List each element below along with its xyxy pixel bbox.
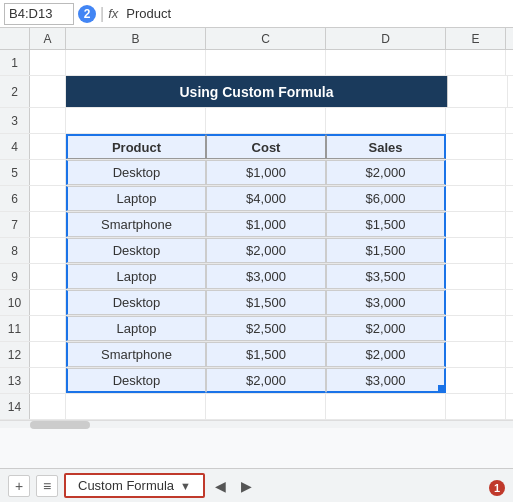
cell-c9[interactable]: $3,000 (206, 264, 326, 289)
cell-a2[interactable] (30, 76, 66, 107)
cell-a3[interactable] (30, 108, 66, 133)
cell-c13[interactable]: $2,000 (206, 368, 326, 393)
cell-e14[interactable] (446, 394, 506, 419)
cell-c14[interactable] (206, 394, 326, 419)
cell-b11[interactable]: Laptop (66, 316, 206, 341)
cell-b12[interactable]: Smartphone (66, 342, 206, 367)
cell-e10[interactable] (446, 290, 506, 315)
row-num-7: 7 (0, 212, 30, 237)
scroll-thumb[interactable] (30, 421, 90, 429)
cell-b4[interactable]: Product (66, 134, 206, 159)
cell-a11[interactable] (30, 316, 66, 341)
cell-e9[interactable] (446, 264, 506, 289)
cell-c4[interactable]: Cost (206, 134, 326, 159)
add-sheet-button[interactable]: + (8, 475, 30, 497)
col-header-c[interactable]: C (206, 28, 326, 49)
cell-c8[interactable]: $2,000 (206, 238, 326, 263)
col-header-b[interactable]: B (66, 28, 206, 49)
row-num-14: 14 (0, 394, 30, 419)
nav-prev-button[interactable]: ◀ (211, 476, 231, 496)
sheet-tab-arrow-icon: ▼ (180, 480, 191, 492)
nav-next-button[interactable]: ▶ (237, 476, 257, 496)
sheet-tab-custom-formula[interactable]: Custom Formula ▼ (64, 473, 205, 498)
cell-b1[interactable] (66, 50, 206, 75)
cell-a8[interactable] (30, 238, 66, 263)
cell-a10[interactable] (30, 290, 66, 315)
cell-e2[interactable] (448, 76, 508, 107)
cell-b2-title[interactable]: Using Custom Formula (66, 76, 448, 107)
cell-c7[interactable]: $1,000 (206, 212, 326, 237)
cell-d9[interactable]: $3,500 (326, 264, 446, 289)
cell-e4[interactable] (446, 134, 506, 159)
cell-c10[interactable]: $1,500 (206, 290, 326, 315)
cell-b3[interactable] (66, 108, 206, 133)
row-num-3: 3 (0, 108, 30, 133)
cell-c5[interactable]: $1,000 (206, 160, 326, 185)
cell-a1[interactable] (30, 50, 66, 75)
col-header-e[interactable]: E (446, 28, 506, 49)
cell-e6[interactable] (446, 186, 506, 211)
cell-d8[interactable]: $1,500 (326, 238, 446, 263)
formula-text: Product (126, 6, 171, 21)
row-1: 1 (0, 50, 513, 76)
cell-a7[interactable] (30, 212, 66, 237)
cell-e11[interactable] (446, 316, 506, 341)
cell-e3[interactable] (446, 108, 506, 133)
badge-2: 2 (78, 5, 96, 23)
cell-d10[interactable]: $3,000 (326, 290, 446, 315)
cell-b5[interactable]: Desktop (66, 160, 206, 185)
cell-c6[interactable]: $4,000 (206, 186, 326, 211)
cell-e13[interactable] (446, 368, 506, 393)
fx-label: fx (108, 6, 118, 21)
cell-b7[interactable]: Smartphone (66, 212, 206, 237)
cell-c11[interactable]: $2,500 (206, 316, 326, 341)
cell-reference-input[interactable]: B4:D13 (4, 3, 74, 25)
cell-d11[interactable]: $2,000 (326, 316, 446, 341)
row-14: 14 (0, 394, 513, 420)
row-11: 11 Laptop $2,500 $2,000 (0, 316, 513, 342)
cell-c12[interactable]: $1,500 (206, 342, 326, 367)
row-8: 8 Desktop $2,000 $1,500 (0, 238, 513, 264)
horizontal-scrollbar[interactable] (0, 420, 513, 428)
col-header-a[interactable]: A (30, 28, 66, 49)
cell-b13[interactable]: Desktop (66, 368, 206, 393)
row-7: 7 Smartphone $1,000 $1,500 (0, 212, 513, 238)
cell-b14[interactable] (66, 394, 206, 419)
cell-c1[interactable] (206, 50, 326, 75)
badge-1: 1 (489, 480, 505, 496)
cell-b9[interactable]: Laptop (66, 264, 206, 289)
sheet-list-button[interactable]: ≡ (36, 475, 58, 497)
cell-b6[interactable]: Laptop (66, 186, 206, 211)
cell-d12[interactable]: $2,000 (326, 342, 446, 367)
cell-a12[interactable] (30, 342, 66, 367)
cell-a9[interactable] (30, 264, 66, 289)
col-header-d[interactable]: D (326, 28, 446, 49)
cell-e12[interactable] (446, 342, 506, 367)
row-num-2: 2 (0, 76, 30, 107)
row-4: 4 Product Cost Sales (0, 134, 513, 160)
cell-e8[interactable] (446, 238, 506, 263)
row-num-1: 1 (0, 50, 30, 75)
cell-e7[interactable] (446, 212, 506, 237)
cell-d14[interactable] (326, 394, 446, 419)
cell-b8[interactable]: Desktop (66, 238, 206, 263)
cell-e5[interactable] (446, 160, 506, 185)
cell-a13[interactable] (30, 368, 66, 393)
cell-c3[interactable] (206, 108, 326, 133)
row-num-13: 13 (0, 368, 30, 393)
cell-e1[interactable] (446, 50, 506, 75)
cell-d13[interactable]: $3,000 (326, 368, 446, 393)
cell-d7[interactable]: $1,500 (326, 212, 446, 237)
cell-b10[interactable]: Desktop (66, 290, 206, 315)
cell-d6[interactable]: $6,000 (326, 186, 446, 211)
row-num-8: 8 (0, 238, 30, 263)
cell-a5[interactable] (30, 160, 66, 185)
cell-d5[interactable]: $2,000 (326, 160, 446, 185)
row-num-11: 11 (0, 316, 30, 341)
cell-a4[interactable] (30, 134, 66, 159)
cell-a6[interactable] (30, 186, 66, 211)
cell-a14[interactable] (30, 394, 66, 419)
cell-d1[interactable] (326, 50, 446, 75)
cell-d4[interactable]: Sales (326, 134, 446, 159)
cell-d3[interactable] (326, 108, 446, 133)
